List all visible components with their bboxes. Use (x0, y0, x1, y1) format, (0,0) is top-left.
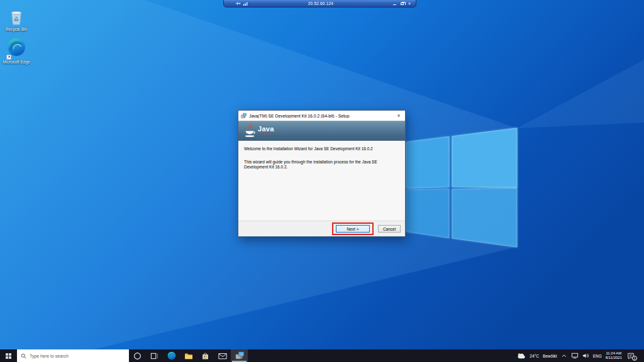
taskbar-icon-cortana[interactable] (129, 349, 146, 362)
rdp-close-button[interactable]: × (408, 1, 411, 6)
java-wordmark: Java (258, 126, 274, 132)
task-view-icon (150, 352, 158, 360)
desktop-icon-label: Recycle Bin (3, 27, 30, 31)
taskbar-icon-file-explorer[interactable] (180, 349, 197, 362)
cortana-icon (133, 352, 142, 360)
java-banner: Java ORACLE (238, 121, 405, 141)
connection-signal-icon (243, 1, 248, 6)
rdp-address: 20.52.60.124 (248, 1, 393, 6)
tray-language[interactable]: ENG (593, 354, 602, 358)
dialog-titlebar[interactable]: Java(TM) SE Development Kit 16.0.2 (64-b… (238, 111, 405, 121)
search-placeholder: Type here to search (30, 354, 69, 358)
start-button[interactable] (0, 349, 17, 362)
tray-clock[interactable]: 11:24 AM 8/11/2021 (606, 351, 622, 360)
cancel-button[interactable]: Cancel (378, 225, 401, 233)
search-icon (21, 353, 26, 359)
chevron-up-icon[interactable] (561, 353, 567, 358)
tray-weather-text[interactable]: Bewölkt (543, 354, 557, 358)
oracle-wordmark: ORACLE (258, 133, 274, 135)
shortcut-arrow-icon (6, 55, 11, 60)
rdp-minimize-button[interactable] (393, 4, 396, 5)
desktop-screen: 20.52.60.124 × Recycle Bin Microsoft Edg (0, 0, 644, 362)
pin-icon[interactable] (235, 1, 241, 6)
installer-icon (235, 351, 244, 360)
dialog-close-button[interactable]: × (392, 111, 405, 121)
taskbar-icon-store[interactable] (197, 349, 214, 362)
taskbar: Type here to search (0, 349, 644, 362)
taskbar-search-box[interactable]: Type here to search (17, 349, 129, 362)
description-text: This wizard will guide you through the i… (244, 160, 389, 170)
network-icon[interactable] (571, 353, 579, 359)
notification-badge: 1 (632, 356, 637, 361)
taskbar-icon-mail[interactable] (214, 349, 231, 362)
volume-icon[interactable] (582, 353, 589, 359)
dialog-body: Welcome to the Installation Wizard for J… (238, 141, 405, 221)
java-cup-icon (243, 123, 257, 140)
desktop-icon-microsoft-edge[interactable]: Microsoft Edge (1, 38, 31, 64)
next-button-highlight: Next > (332, 222, 374, 235)
desktop-icon-label: Microsoft Edge (3, 60, 30, 64)
windows-logo-icon (6, 353, 11, 359)
dialog-footer: Next > Cancel (238, 221, 405, 236)
welcome-text: Welcome to the Installation Wizard for J… (244, 146, 399, 151)
edge-icon (167, 351, 176, 360)
dialog-title: Java(TM) SE Development Kit 16.0.2 (64-b… (249, 114, 392, 118)
folder-icon (184, 352, 193, 359)
taskbar-icon-task-view[interactable] (146, 349, 163, 362)
rdp-restore-button[interactable] (401, 3, 404, 5)
taskbar-icon-edge[interactable] (163, 349, 180, 362)
rdp-connection-bar[interactable]: 20.52.60.124 × (223, 0, 416, 8)
tray-time: 11:24 AM (606, 351, 621, 356)
installer-icon (241, 113, 247, 119)
action-center-button[interactable]: 1 (626, 351, 636, 361)
mail-icon (218, 353, 227, 359)
java-setup-dialog: Java(TM) SE Development Kit 16.0.2 (64-b… (238, 110, 406, 237)
weather-icon[interactable] (517, 353, 526, 359)
recycle-bin-icon (8, 8, 25, 26)
store-icon (201, 352, 209, 360)
taskbar-icon-java-installer[interactable] (231, 349, 248, 362)
next-button[interactable]: Next > (336, 225, 370, 233)
tray-temperature[interactable]: 24°C (530, 354, 539, 358)
desktop-icon-recycle-bin[interactable]: Recycle Bin (1, 8, 31, 31)
tray-date: 8/11/2021 (606, 356, 622, 360)
edge-icon (7, 38, 26, 57)
